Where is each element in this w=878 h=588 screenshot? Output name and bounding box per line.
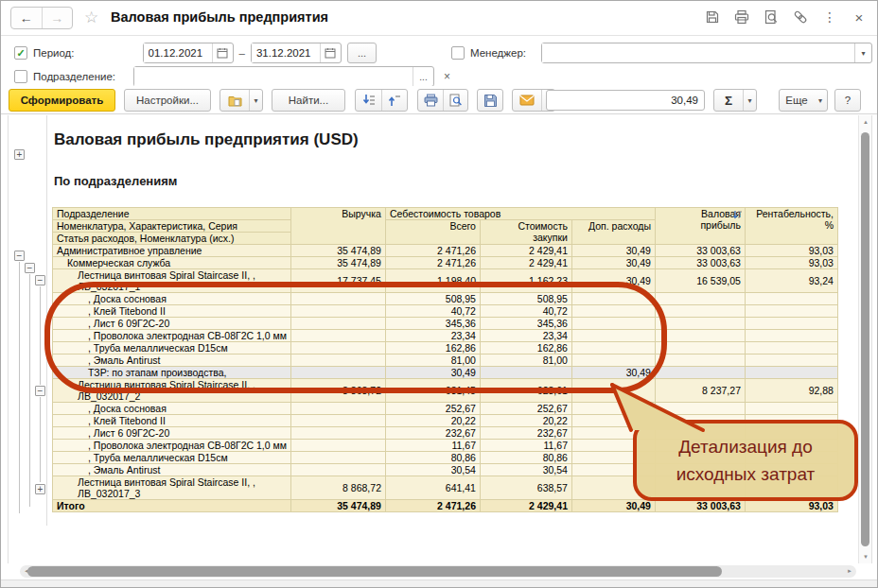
cell-name[interactable]: , Проволока электродная СВ-08Г2С 1,0 мм [53, 330, 291, 342]
cell-name[interactable]: , Доска сосновая [53, 293, 291, 305]
cell-value[interactable] [745, 293, 837, 305]
cell-value[interactable]: 1 162,23 [480, 269, 571, 293]
cell-value[interactable] [290, 403, 385, 415]
cell-name[interactable]: , Лист 6 09Г2С-20 [53, 318, 291, 330]
header-expense-item[interactable]: Статья расходов, Номенклатура (исх.) [53, 233, 291, 245]
cell-value[interactable] [745, 318, 837, 330]
calendar-icon[interactable] [320, 43, 341, 62]
generate-button[interactable]: Сформировать [9, 89, 115, 112]
header-margin[interactable]: Рентабельность, % [745, 208, 837, 245]
cell-value[interactable]: 508,95 [385, 293, 480, 305]
cell-name[interactable]: ТЗР: по этапам производства, [53, 367, 291, 379]
header-nomenclature[interactable]: Номенклатура, Характеристика, Серия [53, 220, 291, 233]
cell-name[interactable]: , Эмаль Antirust [53, 464, 291, 476]
cell-value[interactable] [655, 403, 745, 415]
cell-value[interactable] [290, 330, 385, 342]
cell-value[interactable] [745, 367, 837, 379]
cell-value[interactable] [655, 342, 745, 355]
cell-value[interactable] [571, 355, 655, 367]
cell-value[interactable]: 345,36 [480, 318, 571, 330]
cell-name[interactable]: Коммерческая служба [53, 257, 291, 269]
cell-name[interactable]: Лестница винтовая Spiral Staircase II, ,… [53, 379, 291, 403]
cell-value[interactable] [745, 330, 837, 342]
group-expand-staircase3[interactable]: + [35, 484, 45, 494]
cell-name[interactable]: Административное управление [53, 245, 291, 257]
cell-value[interactable] [655, 318, 745, 330]
cell-value[interactable]: 40,72 [385, 305, 480, 318]
vertical-scrollbar-thumb[interactable] [861, 132, 869, 546]
cell-name[interactable]: , Клей Titebond II [53, 415, 291, 427]
cell-value[interactable] [290, 355, 385, 367]
cell-value[interactable] [290, 440, 385, 452]
cell-value[interactable]: 93,03 [745, 245, 837, 257]
cell-value[interactable]: 8 868,72 [290, 476, 385, 500]
cell-value[interactable]: 252,67 [480, 403, 571, 415]
cell-value[interactable] [655, 355, 745, 367]
expand-groups-button[interactable] [356, 90, 381, 111]
cell-value[interactable]: 30,49 [571, 245, 655, 257]
cell-value[interactable]: 345,36 [385, 318, 480, 330]
cell-value[interactable]: 23,34 [385, 330, 480, 342]
help-button[interactable]: ? [834, 89, 861, 112]
group-collapse-commercial[interactable]: − [25, 263, 35, 273]
favorite-star-icon[interactable]: ☆ [84, 8, 98, 27]
cell-name[interactable]: Лестница винтовая Spiral Staircase II, ,… [53, 269, 291, 293]
cell-value[interactable] [571, 330, 655, 342]
cell-name[interactable]: , Эмаль Antirust [53, 355, 291, 367]
cell-value[interactable] [655, 367, 745, 379]
cell-value[interactable]: 80,86 [385, 452, 480, 464]
cell-value[interactable]: 30,49 [571, 367, 655, 379]
report-group-expander[interactable]: + [14, 149, 25, 160]
cell-name[interactable]: , Труба мелаллическая D15см [53, 452, 291, 464]
chevron-down-icon[interactable]: ▾ [854, 43, 871, 62]
cell-value[interactable]: 33 003,63 [655, 245, 745, 257]
cell-name[interactable]: , Труба мелаллическая D15см [53, 342, 291, 355]
cell-value[interactable]: 252,67 [385, 403, 480, 415]
header-cost-group[interactable]: Себестоимость товаров [385, 208, 655, 220]
cell-value[interactable]: 93,24 [745, 269, 837, 293]
more-actions-button[interactable]: Еще ▾ [779, 89, 828, 112]
cell-value[interactable]: 35 474,89 [290, 245, 385, 257]
cell-value[interactable] [571, 342, 655, 355]
print-preview-button[interactable] [443, 90, 467, 111]
cell-value[interactable]: 2 429,41 [480, 500, 571, 512]
cell-name[interactable]: Итого [53, 500, 291, 512]
cell-value[interactable] [655, 305, 745, 318]
cell-value[interactable]: 93,03 [745, 257, 837, 269]
period-from-input[interactable] [144, 43, 212, 62]
cell-value[interactable]: 17 737,45 [290, 269, 385, 293]
cell-value[interactable]: 20,22 [385, 415, 480, 427]
cell-value[interactable]: 638,57 [480, 476, 571, 500]
autosum-field[interactable] [546, 90, 705, 111]
cell-value[interactable]: 2 429,41 [480, 257, 571, 269]
group-collapse-admin[interactable]: − [14, 251, 25, 261]
cell-value[interactable] [290, 318, 385, 330]
cell-value[interactable] [290, 342, 385, 355]
cell-value[interactable]: 30,49 [571, 269, 655, 293]
cell-name[interactable]: , Проволока электродная СВ-08Г2С 1,0 мм [53, 440, 291, 452]
header-gross-profit[interactable]: Валовая прибыль [655, 208, 745, 245]
cell-value[interactable]: 81,00 [385, 355, 480, 367]
cell-name[interactable]: Лестница винтовая Spiral Staircase II, ,… [53, 476, 291, 500]
preview-icon[interactable] [763, 9, 780, 26]
link-icon[interactable] [792, 9, 809, 26]
header-department[interactable]: Подразделение [53, 208, 291, 220]
cell-value[interactable]: 33 003,63 [655, 500, 745, 512]
find-button[interactable]: Найти... [272, 89, 345, 112]
cell-value[interactable] [290, 293, 385, 305]
department-more-button[interactable]: ... [413, 67, 433, 86]
menu-kebab-icon[interactable]: ⋮ [821, 9, 838, 26]
scroll-up-icon[interactable]: ▲ [859, 119, 872, 125]
cell-value[interactable]: 30,49 [571, 257, 655, 269]
cell-value[interactable]: 1 198,40 [385, 269, 480, 293]
cell-name[interactable]: , Клей Titebond II [53, 305, 291, 318]
cell-value[interactable]: 11,67 [385, 440, 480, 452]
cell-value[interactable]: 232,67 [385, 427, 480, 440]
forward-button[interactable]: → [43, 8, 73, 28]
department-checkbox[interactable] [14, 70, 27, 83]
cell-value[interactable]: 2 471,26 [385, 500, 480, 512]
cell-value[interactable] [290, 464, 385, 476]
header-revenue[interactable]: Выручка [290, 208, 385, 245]
cell-value[interactable] [571, 379, 655, 403]
cell-value[interactable] [290, 452, 385, 464]
